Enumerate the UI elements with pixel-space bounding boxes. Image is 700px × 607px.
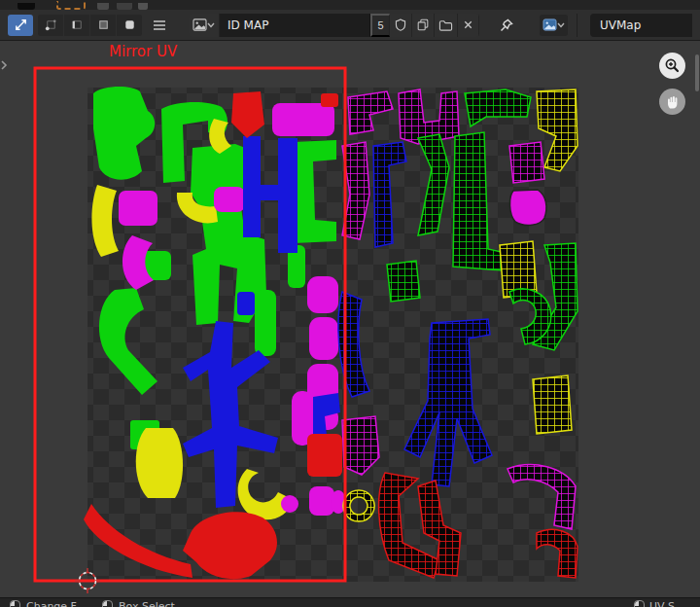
clipped-toolbar-strip	[0, 0, 700, 10]
image-name-field[interactable]: ID MAP	[220, 14, 370, 37]
toolbar-fragment-icon	[18, 3, 35, 10]
face-select-icon	[96, 18, 111, 32]
user-count-button[interactable]: 5	[370, 14, 390, 37]
toolbar-fragment-icon	[117, 3, 132, 10]
toolbar-fragment-dashed-icon	[56, 1, 86, 10]
vertex-select-button[interactable]	[38, 15, 63, 36]
image-datablock: ID MAP 5	[189, 14, 479, 37]
pin-icon	[499, 18, 514, 33]
zoom-in-button[interactable]	[659, 53, 685, 79]
close-icon	[462, 18, 474, 31]
magnifier-plus-icon	[664, 57, 681, 74]
header-separator	[577, 14, 578, 37]
mouse-drag-icon	[102, 600, 113, 607]
uv-editor-header: ID MAP 5	[0, 10, 700, 41]
chevron-down-icon	[207, 22, 215, 28]
image-icon	[192, 18, 207, 31]
open-image-button[interactable]	[435, 14, 458, 37]
uv-sync-select-toggle[interactable]	[8, 15, 33, 36]
mouse-left-icon	[10, 600, 20, 607]
uv-sync-icon	[14, 18, 28, 32]
fake-user-button[interactable]	[390, 14, 412, 37]
duplicate-image-button[interactable]	[412, 14, 435, 37]
edge-select-icon	[70, 18, 85, 32]
chevron-down-icon	[557, 22, 565, 28]
island-select-button[interactable]	[117, 15, 142, 36]
image-settings-dropdown[interactable]	[540, 15, 568, 36]
editor-menu-button[interactable]	[147, 15, 172, 36]
status-hint-box-select: Box Select	[119, 600, 175, 607]
unlink-image-button[interactable]	[458, 14, 479, 37]
vertex-select-icon	[44, 18, 58, 32]
blender-uv-editor-window: Mirror UV	[0, 0, 700, 607]
toolbar-expand-arrow[interactable]	[0, 56, 8, 75]
duplicate-icon	[416, 18, 430, 32]
pan-view-button[interactable]	[659, 89, 685, 115]
toolbar-fragment-icon	[97, 3, 109, 10]
image-browse-button[interactable]	[189, 14, 220, 37]
uv-editor-canvas[interactable]	[0, 0, 700, 607]
uvmap-name-field[interactable]: UVMap	[590, 14, 692, 37]
hamburger-menu-icon	[152, 18, 167, 32]
island-select-icon	[122, 18, 137, 32]
mouse-middle-icon	[634, 600, 645, 607]
status-hint-change-frame: Change F	[26, 600, 77, 607]
status-right-hint: UV S	[634, 600, 675, 607]
shield-icon	[394, 18, 407, 32]
selection-mode-group	[38, 15, 142, 36]
pin-image-button[interactable]	[494, 15, 519, 36]
vertical-scrollbar[interactable]	[695, 54, 699, 91]
status-bar: Change F Box Select UV S	[0, 597, 700, 607]
hand-icon	[664, 93, 681, 110]
face-select-button[interactable]	[90, 15, 116, 36]
mirror-uv-label: Mirror UV	[109, 43, 177, 60]
folder-icon	[438, 18, 453, 32]
edge-select-button[interactable]	[64, 15, 89, 36]
image-settings-icon	[542, 18, 557, 31]
toolbar-fragment-icon	[138, 3, 148, 10]
